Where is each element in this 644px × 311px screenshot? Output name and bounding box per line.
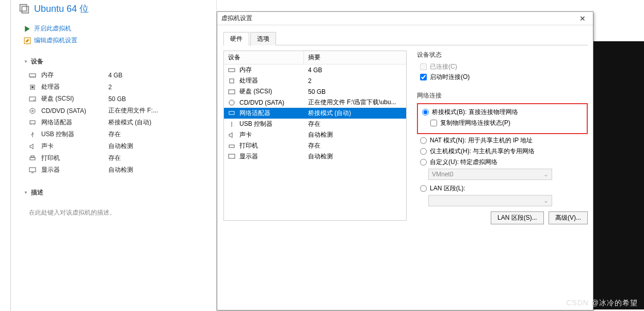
devices-section-header[interactable]: 设备 [24,57,206,66]
svg-point-12 [30,108,35,113]
cell: 处理器 [239,76,258,85]
network-title: 网络连接 [417,91,588,100]
device-label: 内存 [41,71,108,79]
table-row[interactable]: 声卡自动检测 [224,129,406,140]
svg-rect-19 [29,168,36,172]
display-icon [228,154,236,160]
svg-rect-27 [229,154,235,158]
device-row[interactable]: 硬盘 (SCSI)50 GB [29,93,206,105]
device-value: 4 GB [108,72,122,79]
cell: 打印机 [239,141,258,150]
network-icon [228,110,236,117]
vm-icon [19,3,30,14]
preview-area [593,41,644,309]
disk-icon [29,96,38,102]
vm-settings-dialog: 虚拟机设置 ✕ 硬件 选项 设备 摘要 内存4 GB 处理器2 硬盘 (SCSI… [217,11,593,310]
device-value: 2 [108,84,112,91]
tab-options[interactable]: 选项 [250,32,276,45]
radio-hostonly[interactable]: 仅主机模式(H): 与主机共享的专用网络 [420,147,588,156]
device-row[interactable]: 声卡自动检测 [29,140,206,152]
edit-icon [24,37,31,44]
svg-rect-3 [29,74,36,77]
table-row[interactable]: CD/DVD (SATA)正在使用文件 F:\迅雷下载\ubu... [224,97,406,108]
connect-on-start-checkbox[interactable]: 启动时连接(O) [420,73,588,81]
table-row[interactable]: USB 控制器存在 [224,119,406,129]
cell: 桥接模式 (自动) [304,109,406,118]
col-summary: 摘要 [304,51,406,64]
cell: 网络适配器 [239,109,270,118]
device-row[interactable]: CD/DVD (SATA)正在使用文件 F:... [29,105,206,117]
table-row[interactable]: 内存4 GB [224,64,406,75]
radio-bridge[interactable]: 桥接模式(B): 直接连接物理网络 [422,108,584,117]
cpu-icon [228,78,236,84]
svg-rect-0 [20,5,27,11]
device-label: 显示器 [41,166,108,174]
device-row[interactable]: 打印机存在 [29,152,206,164]
device-value: 存在 [108,130,121,139]
device-row[interactable]: 内存4 GB [29,69,206,81]
highlight-box: 桥接模式(B): 直接连接物理网络 复制物理网络连接状态(P) [417,103,588,134]
table-row[interactable]: 显示器自动检测 [224,151,406,162]
close-icon[interactable]: ✕ [576,14,589,23]
cell: CD/DVD (SATA) [239,99,284,106]
svg-rect-10 [29,97,36,101]
device-label: 硬盘 (SCSI) [41,94,108,103]
device-row[interactable]: 处理器2 [29,81,206,93]
advanced-button[interactable]: 高级(V)... [549,211,588,224]
disk-icon [228,89,236,95]
device-label: 处理器 [41,83,108,91]
device-row[interactable]: USB 控制器存在 [29,128,206,140]
table-row[interactable]: 硬盘 (SCSI)50 GB [224,86,406,97]
edit-vm-settings[interactable]: 编辑虚拟机设置 [24,35,206,46]
lan-select [428,195,552,206]
device-value: 存在 [108,154,121,162]
usb-icon [228,121,236,127]
description-placeholder[interactable]: 在此处键入对该虚拟机的描述。 [13,204,216,221]
display-icon [29,167,38,173]
power-on-vm[interactable]: 开启此虚拟机 [24,23,206,35]
vm-name: Ubuntu 64 位 [34,3,89,15]
lan-segments-button[interactable]: LAN 区段(S)... [491,211,544,224]
table-row[interactable]: 打印机存在 [224,140,406,151]
cell: 自动检测 [304,130,406,139]
device-label: USB 控制器 [41,130,108,139]
device-row[interactable]: 显示器自动检测 [29,164,206,176]
device-label: 声卡 [41,142,108,151]
device-label: 网络适配器 [41,118,108,127]
svg-rect-18 [31,156,34,157]
cell: 2 [304,77,406,85]
svg-rect-22 [230,79,234,83]
radio-nat[interactable]: NAT 模式(N): 用于共享主机的 IP 地址 [420,136,588,145]
cd-icon [228,100,236,106]
device-value: 桥接模式 (自动) [108,118,151,127]
cell: 50 GB [304,88,406,95]
svg-point-24 [229,100,234,105]
printer-icon [228,143,236,149]
svg-rect-26 [229,145,234,148]
device-label: CD/DVD (SATA) [41,107,108,114]
description-section-header[interactable]: 描述 [24,188,206,197]
replicate-checkbox[interactable]: 复制物理网络连接状态(P) [430,119,584,127]
cell: 4 GB [304,67,406,74]
device-value: 50 GB [108,95,126,103]
chk-label: 已连接(C) [430,62,457,71]
dialog-title: 虚拟机设置 [221,14,576,23]
cell: USB 控制器 [239,120,272,128]
watermark: CSDN @冰冷的希望 [566,299,638,308]
cell: 存在 [304,120,406,128]
radio-label: LAN 区段(L): [430,184,465,193]
device-value: 自动检测 [108,142,133,151]
svg-point-11 [34,100,35,101]
svg-point-13 [32,110,34,111]
tab-hardware[interactable]: 硬件 [223,32,249,45]
table-row[interactable]: 处理器2 [224,75,406,86]
radio-custom[interactable]: 自定义(U): 特定虚拟网络 [420,158,588,167]
chk-label: 启动时连接(O) [430,73,470,81]
radio-lan[interactable]: LAN 区段(L): [420,184,588,193]
cell: 硬盘 (SCSI) [239,87,272,96]
table-row-selected[interactable]: 网络适配器桥接模式 (自动) [224,108,406,119]
device-row[interactable]: 网络适配器桥接模式 (自动) [29,117,206,128]
power-on-label: 开启此虚拟机 [34,24,71,33]
connected-checkbox[interactable]: 已连接(C) [420,62,588,71]
device-value: 正在使用文件 F:... [108,106,158,115]
